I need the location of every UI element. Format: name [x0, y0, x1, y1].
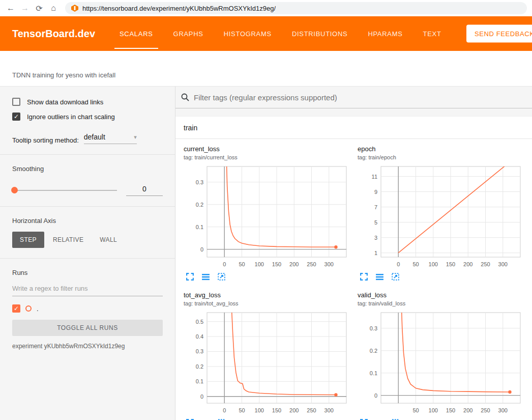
- relative-button[interactable]: RELATIVE: [45, 232, 91, 248]
- experiment-title: TDNN training for yesno with icefall: [12, 71, 115, 79]
- svg-text:7: 7: [374, 204, 377, 210]
- chart-title: epoch: [358, 145, 525, 153]
- svg-text:0: 0: [374, 393, 377, 399]
- svg-text:0: 0: [200, 246, 203, 253]
- chart-title: tot_avg_loss: [184, 291, 351, 299]
- toggle-all-runs-button[interactable]: TOGGLE ALL RUNS: [12, 320, 163, 336]
- chart-canvas-valid-loss[interactable]: 5010015020025030000.10.20.3: [358, 310, 525, 417]
- url-text: https://tensorboard.dev/experiment/yKUbh…: [82, 5, 276, 12]
- svg-text:150: 150: [272, 407, 281, 413]
- svg-text:0.4: 0.4: [196, 333, 203, 340]
- svg-text:100: 100: [255, 261, 264, 267]
- svg-text:50: 50: [412, 407, 419, 413]
- tooltip-sorting-row: Tooltip sorting method: default ▾: [12, 133, 163, 144]
- svg-text:0.3: 0.3: [196, 348, 203, 354]
- svg-text:100: 100: [255, 407, 264, 413]
- ignore-outliers-option[interactable]: ✓ Ignore outliers in chart scaling: [12, 113, 163, 121]
- chart-tag: tag: train/tot_avg_loss: [184, 300, 351, 306]
- horizontal-axis-buttons: STEP RELATIVE WALL: [12, 232, 163, 248]
- main-panel: train current_loss tag: train/current_lo…: [175, 87, 532, 420]
- svg-text:200: 200: [463, 261, 472, 267]
- svg-text:0: 0: [223, 407, 226, 413]
- smoothing-slider[interactable]: [12, 190, 117, 191]
- chart-toolbar: [358, 272, 525, 281]
- search-icon: [181, 93, 190, 102]
- smoothing-value[interactable]: 0: [126, 185, 163, 196]
- nav-tabs: SCALARS GRAPHS HISTOGRAMS DISTRIBUTIONS …: [109, 16, 452, 51]
- chart-tag: tag: train/epoch: [358, 154, 525, 160]
- svg-text:5: 5: [374, 219, 377, 226]
- divider: [0, 154, 175, 155]
- run-color-swatch: [25, 305, 32, 312]
- tooltip-sorting-dropdown[interactable]: default ▾: [84, 133, 137, 144]
- chart-valid-loss: valid_loss tag: train/valid_loss 5010015…: [358, 291, 525, 420]
- send-feedback-button[interactable]: SEND FEEDBACK: [466, 25, 532, 43]
- svg-text:200: 200: [463, 407, 472, 413]
- chart-toolbar: [184, 272, 351, 281]
- expand-chart-icon[interactable]: [360, 272, 368, 281]
- wall-button[interactable]: WALL: [92, 232, 125, 248]
- run-item[interactable]: ✓ .: [12, 304, 163, 313]
- tab-distributions[interactable]: DISTRIBUTIONS: [282, 16, 358, 51]
- smoothing-slider-thumb[interactable]: [11, 187, 18, 193]
- runs-filter-input[interactable]: [12, 285, 163, 296]
- brand-logo[interactable]: TensorBoard.dev: [12, 28, 95, 40]
- experiment-subheader: TDNN training for yesno with icefall: [0, 51, 532, 87]
- tab-text[interactable]: TEXT: [413, 16, 452, 51]
- chart-tag: tag: train/current_loss: [184, 154, 351, 160]
- step-button[interactable]: STEP: [12, 232, 44, 248]
- svg-text:11: 11: [372, 174, 377, 180]
- chart-canvas-current-loss[interactable]: 05010015020025030000.10.20.3: [184, 163, 351, 271]
- expand-chart-icon[interactable]: [186, 272, 194, 281]
- divider: [0, 206, 175, 207]
- train-card: train current_loss tag: train/current_lo…: [175, 117, 532, 420]
- divider: [0, 258, 175, 259]
- section-title-train[interactable]: train: [175, 117, 532, 139]
- charts-grid: current_loss tag: train/current_loss 050…: [175, 139, 532, 420]
- page: ← → ⟳ ⌂ https://tensorboard.dev/experime…: [0, 0, 532, 420]
- tensorboard-favicon: [71, 5, 78, 12]
- run-label: .: [37, 305, 39, 313]
- tab-graphs[interactable]: GRAPHS: [163, 16, 214, 51]
- svg-text:0.2: 0.2: [196, 202, 203, 208]
- svg-text:100: 100: [429, 407, 438, 413]
- svg-text:0.2: 0.2: [196, 363, 203, 370]
- svg-text:250: 250: [307, 261, 316, 267]
- chart-canvas-tot-avg-loss[interactable]: 05010015020025030000.10.20.30.40.5: [184, 310, 351, 417]
- run-checkbox[interactable]: ✓: [12, 304, 20, 313]
- tab-hparams[interactable]: HPARAMS: [358, 16, 412, 51]
- reload-icon[interactable]: ⟳: [34, 4, 45, 13]
- svg-text:250: 250: [481, 407, 490, 413]
- svg-text:300: 300: [498, 261, 508, 267]
- home-icon[interactable]: ⌂: [48, 4, 59, 13]
- address-bar[interactable]: https://tensorboard.dev/experiment/yKUbh…: [65, 2, 527, 14]
- chart-canvas-epoch[interactable]: 0501001502002503001357911: [358, 163, 525, 271]
- svg-text:9: 9: [374, 189, 377, 195]
- tag-filter-row: [175, 87, 532, 108]
- show-download-links-option[interactable]: Show data download links: [12, 98, 163, 106]
- browser-chrome: ← → ⟳ ⌂ https://tensorboard.dev/experime…: [0, 0, 532, 16]
- svg-text:0: 0: [223, 261, 226, 267]
- show-download-links-checkbox[interactable]: [12, 98, 20, 106]
- view-data-icon[interactable]: [201, 272, 210, 281]
- fit-domain-icon[interactable]: [217, 272, 226, 281]
- content: Show data download links ✓ Ignore outlie…: [0, 87, 532, 420]
- tooltip-sorting-label: Tooltip sorting method:: [12, 136, 79, 144]
- svg-text:200: 200: [289, 407, 299, 413]
- fit-domain-icon[interactable]: [391, 272, 400, 281]
- tag-filter-input[interactable]: [194, 93, 532, 102]
- svg-text:300: 300: [324, 261, 334, 267]
- ignore-outliers-checkbox[interactable]: ✓: [12, 113, 20, 121]
- svg-text:0.3: 0.3: [370, 325, 377, 331]
- forward-icon[interactable]: →: [19, 4, 31, 13]
- svg-text:300: 300: [324, 407, 334, 413]
- svg-text:50: 50: [239, 261, 245, 267]
- view-data-icon[interactable]: [375, 272, 384, 281]
- svg-text:100: 100: [429, 261, 438, 267]
- tab-histograms[interactable]: HISTOGRAMS: [214, 16, 282, 51]
- tab-scalars[interactable]: SCALARS: [109, 16, 163, 51]
- svg-text:300: 300: [498, 407, 508, 413]
- back-icon[interactable]: ←: [5, 4, 16, 13]
- svg-text:0.2: 0.2: [370, 348, 377, 354]
- sidebar: Show data download links ✓ Ignore outlie…: [0, 87, 175, 420]
